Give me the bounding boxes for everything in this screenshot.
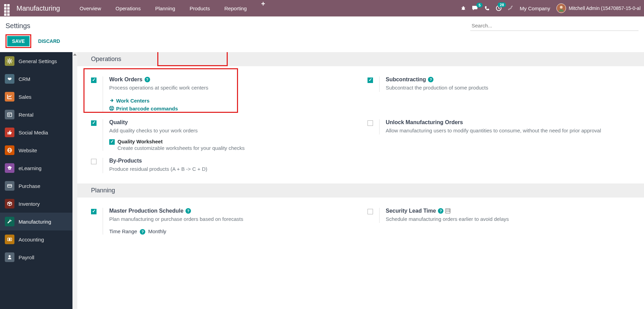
nav-overview[interactable]: Overview: [72, 0, 109, 16]
sub-setting-title: Quality Worksheet: [117, 139, 245, 144]
sidebar-item-label: eLearning: [19, 165, 42, 171]
nav-add-icon[interactable]: +: [254, 0, 272, 16]
gear-icon: [5, 56, 14, 66]
svg-point-12: [9, 255, 11, 257]
setting-title-label: Subcontracting: [386, 76, 426, 83]
arrow-right-icon: [109, 98, 114, 103]
setting-title-label: Work Orders: [109, 76, 143, 83]
search-input[interactable]: [470, 21, 639, 31]
sidebar-item-label: General Settings: [19, 58, 57, 64]
planning-grid: Master Production Schedule ? Plan manufa…: [77, 198, 644, 245]
sidebar-item-crm[interactable]: CRM: [0, 70, 72, 88]
security-lead-checkbox[interactable]: [368, 209, 373, 214]
main-layout: General Settings CRM Sales Rental Social…: [0, 52, 644, 309]
sidebar-item-manufacturing[interactable]: Manufacturing: [0, 213, 72, 230]
sidebar-item-label: Purchase: [19, 183, 40, 189]
time-range-value[interactable]: Monthly: [148, 228, 167, 234]
setting-desc: Allow manufacturing users to modify quan…: [386, 127, 630, 135]
nav-reporting[interactable]: Reporting: [217, 0, 254, 16]
phone-icon[interactable]: [485, 6, 489, 11]
sidebar-item-label: CRM: [19, 76, 30, 82]
sidebar-item-label: Website: [19, 147, 37, 153]
setting-desc: Add quality checks to your work orders: [109, 127, 354, 135]
messages-icon[interactable]: 5: [472, 5, 478, 11]
setting-unlock-mo: Unlock Manufacturing Orders Allow manufa…: [361, 116, 637, 155]
byproducts-checkbox[interactable]: [91, 159, 97, 164]
sidebar-item-label: Accounting: [19, 237, 44, 242]
user-menu[interactable]: Mitchell Admin (15470857-15-0-al: [556, 3, 641, 13]
activities-icon[interactable]: 28: [496, 5, 502, 11]
messages-badge: 5: [476, 3, 483, 8]
help-icon[interactable]: ?: [145, 77, 150, 82]
app-brand[interactable]: Manufacturing: [16, 4, 60, 12]
nav-right: 5 28 My Company Mitchell Admin (15470857…: [461, 3, 641, 13]
nav-operations[interactable]: Operations: [108, 0, 148, 16]
mps-checkbox[interactable]: [91, 209, 97, 214]
setting-desc: Subcontract the production of some produ…: [386, 84, 630, 92]
sidebar-item-website[interactable]: Website: [0, 141, 72, 159]
link-print-barcode[interactable]: Print barcode commands: [109, 105, 354, 112]
calendar-icon: [5, 110, 14, 119]
svg-point-0: [462, 7, 465, 10]
discard-button[interactable]: DISCARD: [38, 38, 60, 44]
setting-work-orders: Work Orders ? Process operations at spec…: [84, 73, 361, 116]
print-icon: [109, 106, 114, 111]
top-nav: Manufacturing Overview Operations Planni…: [0, 0, 644, 16]
sidebar-item-label: Social Media: [19, 130, 48, 135]
quality-checkbox[interactable]: [91, 120, 97, 126]
sidebar-item-label: Sales: [19, 94, 32, 100]
setting-desc: Schedule manufacturing orders earlier to…: [386, 215, 630, 223]
nav-products[interactable]: Products: [182, 0, 217, 16]
sidebar-item-social-media[interactable]: Social Media: [0, 123, 72, 141]
help-icon[interactable]: ?: [185, 208, 191, 214]
section-header-operations: Operations: [77, 52, 644, 66]
settings-sidebar: General Settings CRM Sales Rental Social…: [0, 52, 72, 309]
company-selector[interactable]: My Company: [520, 5, 550, 11]
sidebar-item-elearning[interactable]: eLearning: [0, 159, 72, 177]
tools-icon[interactable]: [508, 5, 513, 11]
avatar: [556, 3, 566, 13]
sidebar-item-accounting[interactable]: $ Accounting: [0, 230, 72, 248]
help-icon[interactable]: ?: [428, 77, 433, 82]
link-work-centers[interactable]: Work Centers: [109, 97, 354, 105]
sidebar-item-inventory[interactable]: Inventory: [0, 195, 72, 213]
setting-title-label: Unlock Manufacturing Orders: [386, 119, 463, 126]
sidebar-item-sales[interactable]: Sales: [0, 88, 72, 106]
money-icon: $: [5, 235, 14, 244]
help-icon[interactable]: ?: [438, 208, 443, 214]
sidebar-item-label: Inventory: [19, 201, 40, 207]
setting-subcontracting: Subcontracting ? Subcontract the product…: [361, 73, 637, 116]
globe-icon: [5, 145, 14, 155]
apps-icon[interactable]: [3, 3, 13, 13]
unlock-mo-checkbox[interactable]: [368, 120, 373, 126]
grad-icon: [5, 163, 14, 173]
sidebar-item-purchase[interactable]: Purchase: [0, 177, 72, 195]
chart-icon: [5, 92, 14, 102]
box-icon: [5, 199, 14, 209]
nav-planning[interactable]: Planning: [148, 0, 182, 16]
activities-badge: 28: [498, 2, 506, 7]
help-icon[interactable]: ?: [140, 229, 145, 235]
quality-worksheet-checkbox[interactable]: [109, 139, 115, 145]
sidebar-item-payroll[interactable]: Payroll: [0, 248, 72, 266]
handshake-icon: [5, 74, 14, 84]
control-panel: Settings: [0, 16, 644, 31]
wrench-icon: [5, 217, 14, 226]
setting-mps: Master Production Schedule ? Plan manufa…: [84, 204, 361, 238]
work-orders-checkbox[interactable]: [91, 78, 97, 83]
settings-content: Operations Work Orders ? Process operati…: [77, 52, 644, 309]
operations-grid: Work Orders ? Process operations at spec…: [77, 66, 644, 183]
sidebar-item-label: Manufacturing: [19, 219, 51, 225]
time-range-label: Time Range: [109, 228, 137, 234]
setting-desc: Plan manufacturing or purchase orders ba…: [109, 215, 354, 223]
sidebar-item-label: Rental: [19, 112, 33, 118]
sidebar-scrollbar[interactable]: [72, 52, 77, 309]
subcontracting-checkbox[interactable]: [368, 78, 373, 83]
save-button[interactable]: SAVE: [7, 36, 30, 46]
bug-icon[interactable]: [461, 5, 466, 11]
sidebar-item-general-settings[interactable]: General Settings: [0, 52, 72, 70]
thumb-icon: [5, 128, 14, 137]
setting-title-label: Quality: [109, 119, 128, 126]
setting-title-label: Master Production Schedule: [109, 208, 183, 214]
sidebar-item-rental[interactable]: Rental: [0, 106, 72, 123]
